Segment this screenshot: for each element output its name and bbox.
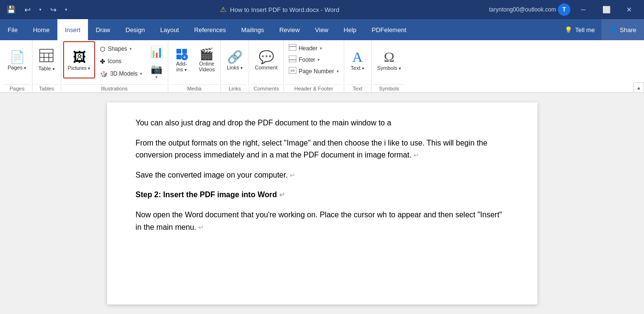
icons-icon: ✤ [100, 58, 105, 65]
close-button[interactable]: ✕ [618, 2, 640, 17]
menu-mailings[interactable]: Mailings [234, 19, 272, 40]
menu-insert[interactable]: Insert [57, 19, 88, 40]
ribbon-group-tables: Table ▾ Tables [33, 40, 61, 92]
header-arrow: ▾ [320, 46, 322, 51]
3d-models-button[interactable]: 🎲 3D Models ▾ [97, 68, 145, 79]
menu-layout[interactable]: Layout [153, 19, 186, 40]
screenshot-button[interactable]: 📷 ▾ [147, 62, 166, 80]
redo-icon[interactable]: ↪ [47, 3, 59, 16]
comments-group-label: Comments [251, 84, 282, 92]
links-label: Links ▾ [227, 65, 243, 70]
ribbon-group-pages: 📄 Pages ▾ Pages [2, 40, 33, 92]
symbols-button[interactable]: Ω Symbols ▾ [373, 41, 405, 78]
paragraph-2-text: From the output formats on the right, se… [136, 139, 488, 159]
menu-view[interactable]: View [307, 19, 336, 40]
document-page: You can also just drag and drop the PDF … [107, 102, 537, 304]
menu-home[interactable]: Home [25, 19, 57, 40]
paragraph-5: Now open the Word document that you're w… [136, 209, 509, 233]
omega-icon: Ω [384, 49, 394, 65]
tell-me-button[interactable]: 💡 Tell me [558, 19, 601, 40]
table-button[interactable]: Table ▾ [34, 41, 58, 78]
links-button[interactable]: 🔗 Links ▾ [223, 41, 247, 78]
3d-models-icon: 🎲 [100, 70, 108, 78]
pilcrow-3: ↵ [290, 171, 295, 179]
user-email: taryntong00@outlook.com [489, 6, 556, 13]
menu-help[interactable]: Help [336, 19, 364, 40]
menu-pdfelement[interactable]: PDFelement [364, 19, 414, 40]
links-group-label: Links [223, 84, 247, 92]
svg-rect-10 [289, 44, 296, 51]
text-button[interactable]: A Text ▾ [346, 41, 369, 78]
ribbon-group-links: 🔗 Links ▾ Links [221, 40, 249, 92]
page-number-button[interactable]: ## Page Number ▾ [286, 66, 342, 77]
illustrations-small-buttons: ⬡ Shapes ▾ ✤ Icons 🎲 3D Models ▾ [97, 43, 145, 79]
menu-references[interactable]: References [186, 19, 233, 40]
share-button[interactable]: 👤 Share [601, 19, 644, 40]
paragraph-3: Save the converted image on your compute… [136, 169, 509, 181]
header-button[interactable]: Header ▾ [286, 43, 342, 54]
restore-button[interactable]: ⬜ [595, 2, 617, 17]
warning-icon: ⚠ [220, 5, 226, 14]
svg-rect-6 [182, 49, 187, 54]
undo-dropdown-icon[interactable]: ▾ [36, 5, 44, 14]
table-label: Table ▾ [38, 66, 55, 71]
document-title: How to Insert PDF to Word.docx - Word [230, 6, 339, 13]
svg-text:##: ## [290, 68, 295, 73]
header-icon [289, 44, 296, 53]
menu-file[interactable]: File [0, 19, 25, 40]
undo-icon[interactable]: ↩ [22, 3, 33, 16]
ribbon-group-media: + Add-ins ▾ 🎬 OnlineVideos Media [168, 40, 221, 92]
pictures-button[interactable]: 🖼 Pictures ▾ [63, 41, 96, 78]
shapes-label: Shapes [108, 45, 127, 52]
pages-button[interactable]: 📄 Pages ▾ [4, 41, 30, 78]
comment-button[interactable]: 💬 Comment [251, 41, 282, 78]
customize-icon[interactable]: ▾ [62, 5, 70, 14]
text-icon: A [352, 49, 363, 65]
links-icon: 🔗 [227, 50, 242, 65]
header-label: Header [299, 45, 317, 52]
media-group-label: Media [170, 84, 218, 92]
shapes-icon: ⬡ [100, 45, 105, 53]
share-icon: 👤 [609, 26, 617, 34]
icons-button[interactable]: ✤ Icons [97, 56, 145, 67]
online-videos-button[interactable]: 🎬 OnlineVideos [195, 41, 218, 78]
pictures-icon: 🖼 [73, 49, 86, 65]
paragraph-2: From the output formats on the right, se… [136, 137, 509, 161]
paragraph-1: You can also just drag and drop the PDF … [136, 117, 509, 129]
menu-right: 💡 Tell me 👤 Share [558, 19, 644, 40]
titlebar: 💾 ↩ ▾ ↪ ▾ ⚠ How to Insert PDF to Word.do… [0, 0, 644, 19]
titlebar-left: 💾 ↩ ▾ ↪ ▾ [4, 3, 70, 16]
page-number-arrow: ▾ [337, 69, 339, 74]
menu-draw[interactable]: Draw [88, 19, 118, 40]
share-label: Share [620, 26, 636, 34]
paragraph-4: Step 2: Insert the PDF image into Word ↵ [136, 189, 509, 201]
hf-items: Header ▾ Footer ▾ ## Page N [286, 41, 342, 77]
tables-group-label: Tables [34, 84, 58, 92]
lightbulb-icon: 💡 [565, 26, 572, 34]
symbols-group-label: Symbols [373, 84, 405, 92]
menu-design[interactable]: Design [118, 19, 153, 40]
paragraph-4-text: Step 2: Insert the PDF image into Word [136, 191, 277, 199]
footer-button[interactable]: Footer ▾ [286, 55, 342, 65]
minimize-button[interactable]: ─ [572, 2, 594, 17]
user-avatar[interactable]: T [558, 3, 570, 16]
menu-review[interactable]: Review [272, 19, 307, 40]
comment-icon: 💬 [259, 50, 274, 65]
svg-rect-0 [40, 49, 53, 62]
svg-rect-7 [176, 55, 181, 59]
save-icon[interactable]: 💾 [4, 3, 19, 16]
page-number-icon: ## [289, 67, 296, 76]
online-videos-icon: 🎬 [199, 47, 214, 61]
pages-label: Pages ▾ [8, 65, 26, 70]
ribbon-collapse-button[interactable]: ▲ [633, 82, 644, 93]
titlebar-center: ⚠ How to Insert PDF to Word.docx - Word [220, 5, 339, 14]
illustrations-small-buttons-2: 📊 📷 ▾ [147, 43, 166, 80]
headerfooter-group-label: Header & Footer [286, 84, 342, 92]
shapes-button[interactable]: ⬡ Shapes ▾ [97, 43, 145, 55]
online-videos-label: OnlineVideos [199, 61, 215, 72]
addins-button[interactable]: + Add-ins ▾ [170, 41, 193, 78]
text-label: Text ▾ [351, 65, 364, 71]
shapes-arrow: ▾ [130, 46, 132, 51]
chart-button[interactable]: 📊 [147, 43, 166, 61]
ribbon-group-comments: 💬 Comment Comments [249, 40, 284, 92]
